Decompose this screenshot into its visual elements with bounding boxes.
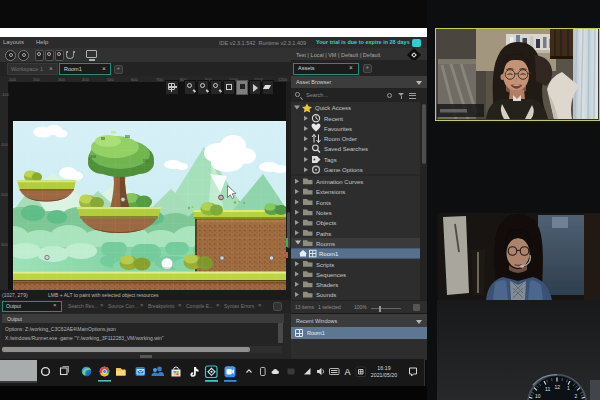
svg-text:Favourites: Favourites [324,126,352,132]
svg-text:Notes: Notes [316,210,332,216]
svg-text:Paths: Paths [316,231,331,237]
svg-text:Extensions: Extensions [316,189,345,195]
svg-text:12: 12 [555,384,561,390]
svg-text:11: 11 [545,386,550,392]
svg-text:Tags: Tags [324,157,337,163]
svg-text:Fonts: Fonts [316,200,331,206]
svg-text:Shaders: Shaders [316,282,338,288]
svg-text:Animation Curves: Animation Curves [316,179,363,185]
svg-text:1: 1 [567,385,570,391]
svg-text:A: A [345,367,351,377]
svg-text:Quick Access: Quick Access [315,105,351,111]
svg-text:Sequences: Sequences [316,272,346,278]
svg-text:Recent: Recent [324,116,343,122]
svg-text:Sounds: Sounds [316,292,336,298]
svg-text:2021/05/20: 2021/05/20 [371,372,398,378]
svg-text:10: 10 [535,393,541,399]
svg-text:Saved Searches: Saved Searches [324,146,368,152]
svg-text:Objects: Objects [316,220,336,226]
svg-text:Game Options: Game Options [324,167,363,173]
svg-text:Room1: Room1 [319,251,339,257]
svg-text:Room Order: Room Order [324,136,357,142]
svg-text:Rooms: Rooms [316,241,335,247]
svg-text:2: 2 [575,393,578,399]
svg-text:Scripts: Scripts [316,262,334,268]
svg-text:16:19: 16:19 [377,365,390,371]
